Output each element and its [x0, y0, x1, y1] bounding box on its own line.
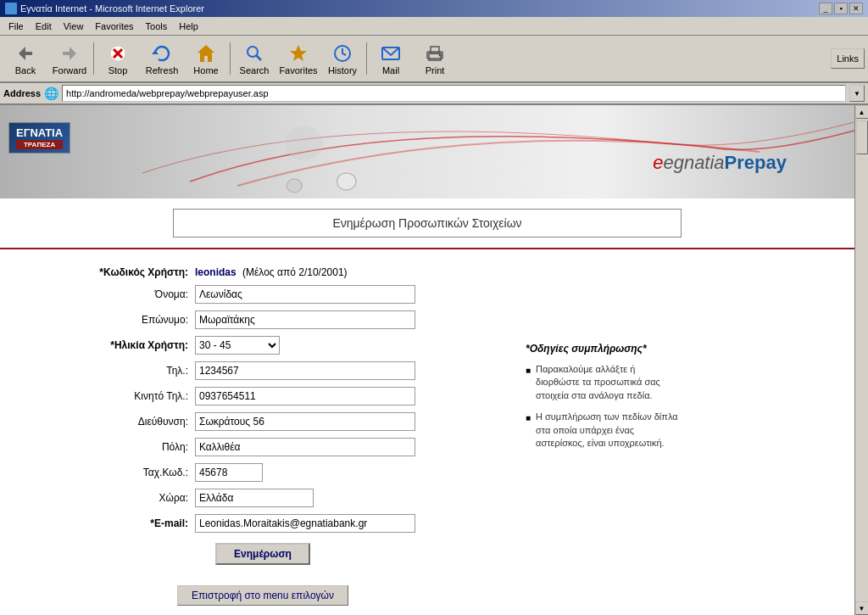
address-bar: Address 🌐 ▼	[0, 83, 868, 105]
page-title-section: Ενημέρωση Προσωπικών Στοιχείων	[0, 198, 854, 249]
logo-text: ΕΓΝΑΤΙΑ	[16, 126, 63, 139]
address-dropdown[interactable]: ▼	[849, 85, 865, 102]
history-label: History	[328, 65, 357, 75]
city-label: Πόλη:	[25, 441, 195, 453]
scroll-thumb[interactable]	[856, 120, 868, 154]
print-icon	[423, 42, 447, 65]
favorites-icon	[287, 42, 310, 65]
scroll-up-arrow[interactable]: ▲	[855, 105, 869, 119]
address-label-field: Διεύθυνση:	[25, 416, 195, 428]
instructions-panel: *Οδηγίες συμπλήρωσης* ■ Παρακαλούμε αλλά…	[517, 334, 687, 612]
name-row: Όνομα:	[25, 285, 500, 304]
window-title: Εγνατία Internet - Microsoft Internet Ex…	[20, 3, 204, 14]
menu-help[interactable]: Help	[174, 20, 203, 33]
svg-marker-7	[198, 45, 214, 62]
search-button[interactable]: Search	[232, 38, 276, 79]
menu-view[interactable]: View	[58, 20, 89, 33]
city-input[interactable]	[195, 438, 415, 456]
scroll-down-arrow[interactable]: ▼	[855, 601, 869, 615]
home-button[interactable]: Home	[184, 38, 228, 79]
ie-icon	[5, 3, 17, 14]
submit-button[interactable]: Ενημέρωση	[215, 543, 310, 565]
print-label: Print	[426, 65, 445, 75]
svg-point-19	[337, 173, 356, 190]
submit-row: Ενημέρωση	[25, 543, 500, 565]
svg-marker-2	[63, 47, 76, 60]
svg-marker-10	[290, 45, 307, 61]
toolbar-separator	[93, 42, 94, 75]
address-input[interactable]	[62, 85, 846, 102]
country-row: Χώρα:	[25, 489, 500, 507]
mail-icon	[379, 42, 403, 65]
favorites-button[interactable]: Favorites	[276, 38, 320, 79]
print-button[interactable]: Print	[413, 38, 457, 79]
mail-label: Mail	[382, 65, 399, 75]
tel-row: Τηλ.:	[25, 361, 500, 380]
menu-file[interactable]: File	[3, 20, 29, 33]
postcode-row: Ταχ.Κωδ.:	[25, 463, 500, 482]
history-button[interactable]: History	[320, 38, 364, 79]
svg-point-18	[287, 179, 302, 193]
window-controls: _ ▪ ✕	[819, 3, 863, 14]
page-header: ΕΓΝΑΤΙΑ ΤΡΑΠΕΖΑ eegnatiaPrepay	[0, 105, 854, 198]
form-left: *Κωδικός Χρήστη: leonidas (Μέλος από 2/1…	[25, 266, 500, 612]
svg-point-20	[285, 126, 323, 160]
mobile-label: Κινητό Τηλ.:	[25, 390, 195, 402]
svg-point-16	[439, 54, 442, 57]
menu-favorites[interactable]: Favorites	[90, 20, 138, 33]
scrollbar[interactable]: ▲ ▼	[854, 105, 868, 615]
address-label: Address	[3, 88, 41, 98]
svg-rect-14	[431, 47, 439, 53]
page-main: ΕΓΝΑΤΙΑ ΤΡΑΠΕΖΑ eegnatiaPrepay Ενημέρωση…	[0, 105, 854, 615]
forward-button[interactable]: Forward	[47, 38, 92, 79]
minimize-button[interactable]: _	[819, 3, 832, 14]
menu-tools[interactable]: Tools	[141, 20, 173, 33]
brand-text: eegnatiaPrepay	[653, 152, 787, 174]
brand-suffix: Prepay	[725, 152, 787, 173]
age-label: *Ηλικία Χρήστη:	[25, 339, 195, 351]
age-select[interactable]: 30 - 45 < 18 18 - 30 45 - 60 > 60	[195, 336, 280, 355]
back-label: Back	[15, 65, 36, 75]
city-row: Πόλη:	[25, 438, 500, 456]
toolbar-separator-2	[230, 42, 231, 75]
country-label: Χώρα:	[25, 492, 195, 504]
favorites-label: Favorites	[279, 65, 317, 75]
close-button[interactable]: ✕	[849, 3, 863, 14]
name-input[interactable]	[195, 285, 415, 304]
back-button[interactable]: Back	[3, 38, 47, 79]
instructions-text-2: Η συμπλήρωση των πεδίων δίπλα στα οποία …	[536, 411, 678, 450]
history-icon	[331, 42, 354, 65]
refresh-button[interactable]: Refresh	[140, 38, 184, 79]
email-input[interactable]	[195, 514, 415, 533]
forward-label: Forward	[53, 65, 86, 75]
tel-input[interactable]	[195, 361, 415, 380]
title-bar: Εγνατία Internet - Microsoft Internet Ex…	[0, 0, 868, 17]
user-code-row: *Κωδικός Χρήστη: leonidas (Μέλος από 2/1…	[25, 266, 500, 278]
back-link[interactable]: Επιστροφή στο menu επιλογών	[177, 585, 348, 606]
mail-button[interactable]: Mail	[369, 38, 413, 79]
instructions-item-2: ■ Η συμπλήρωση των πεδίων δίπλα στα οποί…	[526, 411, 678, 450]
email-label: *E-mail:	[25, 517, 195, 529]
back-icon	[14, 42, 37, 65]
mobile-input[interactable]	[195, 387, 415, 405]
restore-button[interactable]: ▪	[834, 3, 848, 14]
form-section: *Κωδικός Χρήστη: leonidas (Μέλος από 2/1…	[0, 249, 854, 615]
svg-marker-6	[152, 50, 159, 54]
postcode-input[interactable]	[195, 463, 263, 482]
address-input-field[interactable]	[195, 412, 415, 431]
stop-button[interactable]: Stop	[96, 38, 140, 79]
search-label: Search	[240, 65, 270, 75]
surname-input[interactable]	[195, 310, 415, 329]
brand-name: egnatia	[663, 152, 724, 173]
user-code-value: leonidas (Μέλος από 2/10/2001)	[195, 266, 348, 278]
surname-row: Επώνυμο:	[25, 310, 500, 329]
browser-content: ΕΓΝΑΤΙΑ ΤΡΑΠΕΖΑ eegnatiaPrepay Ενημέρωση…	[0, 105, 868, 615]
svg-marker-0	[19, 47, 32, 60]
menu-edit[interactable]: Edit	[31, 20, 57, 33]
bullet-icon-2: ■	[526, 412, 531, 450]
links-button[interactable]: Links	[831, 48, 865, 69]
menu-bar: File Edit View Favorites Tools Help	[0, 17, 868, 36]
page-title: Ενημέρωση Προσωπικών Στοιχείων	[332, 216, 521, 230]
back-link-row: Επιστροφή στο menu επιλογών	[25, 579, 500, 612]
country-input[interactable]	[195, 489, 314, 507]
